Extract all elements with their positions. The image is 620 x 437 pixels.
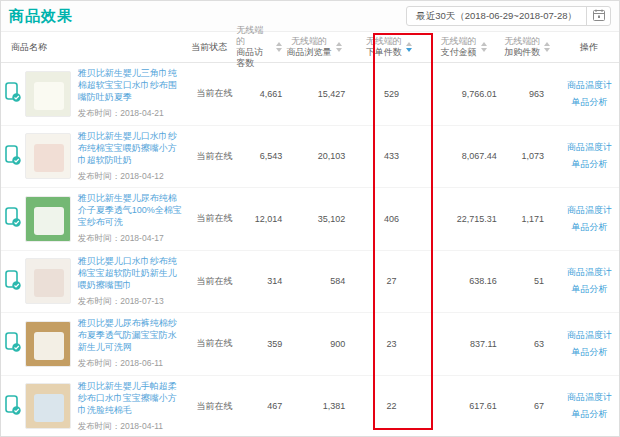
table-row: 雅贝比新生婴儿手帕超柔纱布口水巾宝宝擦嘴小方巾洗脸纯棉毛 发布时间：2018-0… [1,376,619,437]
payment-value: 837.11 [434,339,497,349]
addcart-value: 67 [497,401,560,411]
orders-value: 529 [349,89,434,99]
column-header-addcart[interactable]: 无线端的 加购件数 [495,36,559,58]
sort-icon-addcart[interactable] [544,42,550,52]
product-thumbnail[interactable] [25,258,71,304]
table-row: 雅贝比新生婴儿三角巾纯棉超软宝宝口水巾纱布围嘴防吐奶夏季 发布时间：2018-0… [1,63,619,126]
single-item-analysis-link[interactable]: 单品分析 [571,96,607,109]
status-text: 当前在线 [188,275,241,288]
column-header-status: 当前状态 [182,41,236,54]
product-title-link[interactable]: 雅贝比新生婴儿三角巾纯棉超软宝宝口水巾纱布围嘴防吐奶夏季 [78,67,184,103]
payment-value: 8,067.44 [434,151,497,161]
publish-date: 发布时间：2018-04-12 [78,171,184,183]
mobile-online-icon [5,395,21,418]
views-value: 35,102 [286,214,349,224]
views-value: 15,427 [286,89,349,99]
product-thermometer-link[interactable]: 商品温度计 [567,204,612,217]
column-header-payment[interactable]: 无线端的 支付金额 [432,36,496,58]
product-thumbnail[interactable] [25,383,71,429]
addcart-value: 1,073 [497,151,560,161]
mobile-online-icon [5,270,21,293]
orders-value: 23 [349,339,434,349]
top-bar: 商品效果 最近30天（2018-06-29~2018-07-28） [1,1,619,31]
status-text: 当前在线 [188,87,241,100]
product-thumbnail[interactable] [25,196,71,242]
orders-value: 27 [349,276,434,286]
views-value: 1,381 [286,401,349,411]
visitors-value: 12,014 [241,214,286,224]
product-title-link[interactable]: 雅贝比婴儿口水巾纱布纯棉宝宝超软防吐奶新生儿喂奶擦嘴围巾 [78,255,184,291]
mobile-online-icon [5,332,21,355]
visitors-value: 4,661 [241,89,286,99]
views-value: 20,103 [286,151,349,161]
single-item-analysis-link[interactable]: 单品分析 [571,158,607,171]
table-row: 雅贝比婴儿尿布裤纯棉纱布夏季透气防漏宝宝防水新生儿可洗网 发布时间：2018-0… [1,313,619,376]
single-item-analysis-link[interactable]: 单品分析 [571,408,607,421]
orders-value: 22 [349,401,434,411]
addcart-value: 1,171 [497,214,560,224]
addcart-value: 51 [497,276,560,286]
page-title: 商品效果 [9,7,73,26]
product-title-link[interactable]: 雅贝比新生婴儿手帕超柔纱布口水巾宝宝擦嘴小方巾洗脸纯棉毛 [78,380,184,416]
sort-icon-orders[interactable] [406,42,412,52]
product-effect-panel: 商品效果 最近30天（2018-06-29~2018-07-28） 商品名称 当… [0,0,620,437]
table-body: 雅贝比新生婴儿三角巾纯棉超软宝宝口水巾纱布围嘴防吐奶夏季 发布时间：2018-0… [1,63,619,437]
product-title-link[interactable]: 雅贝比新生婴儿口水巾纱布纯棉宝宝喂奶擦嘴小方巾超软防吐奶 [78,130,184,166]
mobile-online-icon [5,145,21,168]
orders-value: 406 [349,214,434,224]
column-header-product: 商品名称 [1,41,182,54]
column-header-orders[interactable]: 无线端的 下单件数 [346,36,432,58]
table-header: 商品名称 当前状态 无线端的 商品访客数 无线端的 商品浏览量 无线端的 下单件… [1,31,619,63]
mobile-online-icon [5,207,21,230]
table-row: 雅贝比婴儿口水巾纱布纯棉宝宝超软防吐奶新生儿喂奶擦嘴围巾 发布时间：2018-0… [1,251,619,314]
mobile-online-icon [5,82,21,105]
publish-date: 发布时间：2018-04-17 [78,233,184,245]
publish-date: 发布时间：2018-06-11 [78,358,184,370]
publish-date: 发布时间：2018-04-21 [78,108,184,120]
product-thumbnail[interactable] [25,321,71,367]
column-header-views[interactable]: 无线端的 商品浏览量 [282,36,346,58]
single-item-analysis-link[interactable]: 单品分析 [571,346,607,359]
addcart-value: 63 [497,339,560,349]
product-title-link[interactable]: 雅贝比新生婴儿尿布纯棉介子夏季透气100%全棉宝宝纱布可洗 [78,192,184,228]
single-item-analysis-link[interactable]: 单品分析 [571,221,607,234]
visitors-value: 467 [241,401,286,411]
addcart-value: 963 [497,89,560,99]
visitors-value: 6,543 [241,151,286,161]
payment-value: 638.16 [434,276,497,286]
column-header-ops: 操作 [559,41,619,54]
table-row: 雅贝比新生婴儿尿布纯棉介子夏季透气100%全棉宝宝纱布可洗 发布时间：2018-… [1,188,619,251]
product-thumbnail[interactable] [25,133,71,179]
status-text: 当前在线 [188,150,241,163]
sort-icon-views[interactable] [336,42,342,52]
product-thermometer-link[interactable]: 商品温度计 [567,391,612,404]
product-thermometer-link[interactable]: 商品温度计 [567,141,612,154]
status-text: 当前在线 [188,400,241,413]
single-item-analysis-link[interactable]: 单品分析 [571,283,607,296]
visitors-value: 359 [241,339,286,349]
product-thermometer-link[interactable]: 商品温度计 [567,266,612,279]
views-value: 584 [286,276,349,286]
calendar-button[interactable] [586,7,610,25]
payment-value: 617.61 [434,401,497,411]
date-range-control: 最近30天（2018-06-29~2018-07-28） [406,6,611,26]
product-thermometer-link[interactable]: 商品温度计 [567,329,612,342]
product-thumbnail[interactable] [25,71,71,117]
publish-date: 发布时间：2018-04-11 [78,421,184,433]
visitors-value: 314 [241,276,286,286]
date-range-selector[interactable]: 最近30天（2018-06-29~2018-07-28） [407,7,586,25]
product-thermometer-link[interactable]: 商品温度计 [567,79,612,92]
product-title-link[interactable]: 雅贝比婴儿尿布裤纯棉纱布夏季透气防漏宝宝防水新生儿可洗网 [78,317,184,353]
publish-date: 发布时间：2018-07-13 [78,296,184,308]
status-text: 当前在线 [188,337,241,350]
payment-value: 9,766.01 [434,89,497,99]
sort-icon-payment[interactable] [481,42,487,52]
views-value: 900 [286,339,349,349]
column-header-visitors[interactable]: 无线端的 商品访客数 [236,25,282,69]
table-row: 雅贝比新生婴儿口水巾纱布纯棉宝宝喂奶擦嘴小方巾超软防吐奶 发布时间：2018-0… [1,126,619,189]
orders-value: 433 [349,151,434,161]
calendar-icon [593,7,605,25]
status-text: 当前在线 [188,212,241,225]
payment-value: 22,715.31 [434,214,497,224]
